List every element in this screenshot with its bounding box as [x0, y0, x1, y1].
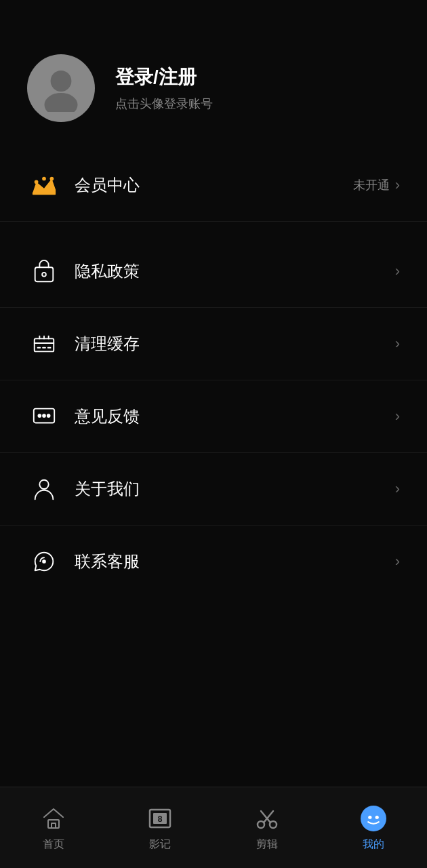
nav-yingji-label: 影记 [149, 837, 171, 852]
mine-icon [359, 804, 388, 833]
svg-point-6 [50, 177, 54, 181]
svg-point-35 [368, 816, 371, 819]
about-right: › [395, 480, 400, 498]
scissors-icon [252, 804, 282, 833]
login-subtitle: 点击头像登录账号 [115, 96, 213, 112]
svg-point-8 [42, 273, 46, 277]
svg-point-1 [45, 93, 78, 112]
login-title: 登录/注册 [115, 64, 213, 90]
about-label: 关于我们 [75, 478, 395, 500]
svg-point-19 [43, 414, 45, 417]
svg-rect-9 [35, 338, 54, 351]
feedback-chevron-icon: › [395, 408, 400, 425]
svg-point-20 [47, 414, 50, 417]
svg-point-4 [35, 180, 39, 184]
privacy-label: 隐私政策 [75, 260, 395, 282]
svg-point-18 [38, 414, 41, 417]
profile-section[interactable]: 登录/注册 点击头像登录账号 [0, 0, 427, 149]
menu-section: 隐私政策 › 清理缓存 › [0, 235, 427, 597]
svg-point-21 [39, 480, 48, 489]
contact-right: › [395, 553, 400, 570]
svg-line-32 [261, 811, 267, 818]
avatar[interactable] [27, 54, 95, 122]
privacy-icon [27, 254, 61, 288]
contact-menu-item[interactable]: 联系客服 › [0, 526, 427, 597]
nav-home-label: 首页 [43, 837, 64, 852]
cache-icon [27, 327, 61, 361]
vip-label: 会员中心 [75, 174, 353, 196]
about-menu-item[interactable]: 关于我们 › [0, 453, 427, 526]
svg-point-22 [43, 560, 45, 563]
privacy-right: › [395, 262, 400, 280]
vip-status: 未开通 [353, 177, 390, 193]
privacy-chevron-icon: › [395, 262, 400, 280]
about-icon [27, 472, 61, 506]
nav-mine-label: 我的 [363, 837, 384, 852]
cache-right: › [395, 335, 400, 353]
feedback-icon [27, 399, 61, 433]
cache-menu-item[interactable]: 清理缓存 › [0, 308, 427, 380]
crown-icon [27, 168, 61, 202]
svg-point-0 [51, 71, 72, 92]
contact-icon [27, 545, 61, 578]
nav-edit-label: 剪辑 [256, 837, 278, 852]
feedback-menu-item[interactable]: 意见反馈 › [0, 380, 427, 453]
cache-label: 清理缓存 [75, 333, 395, 355]
svg-point-34 [361, 806, 386, 831]
avatar-silhouette [27, 54, 95, 122]
nav-mine[interactable]: 我的 [345, 797, 402, 859]
bottom-navigation: 首页 8 影记 剪辑 [0, 787, 427, 868]
vip-status-container: 未开通 › [353, 176, 400, 194]
svg-point-5 [42, 177, 46, 181]
contact-label: 联系客服 [75, 551, 395, 572]
vip-chevron-icon: › [395, 176, 400, 194]
svg-rect-7 [35, 267, 54, 281]
yingji-icon: 8 [145, 804, 175, 833]
svg-text:8: 8 [158, 814, 163, 824]
cache-chevron-icon: › [395, 335, 400, 353]
nav-edit[interactable]: 剪辑 [239, 797, 296, 859]
svg-line-33 [267, 811, 273, 818]
feedback-right: › [395, 408, 400, 425]
vip-menu-item[interactable]: 会员中心 未开通 › [0, 149, 427, 222]
home-icon [39, 804, 68, 833]
feedback-label: 意见反馈 [75, 406, 395, 427]
privacy-menu-item[interactable]: 隐私政策 › [0, 235, 427, 308]
about-chevron-icon: › [395, 480, 400, 498]
svg-point-36 [375, 816, 379, 819]
nav-home[interactable]: 首页 [25, 797, 82, 859]
svg-rect-24 [52, 823, 56, 828]
svg-rect-3 [33, 192, 56, 195]
contact-chevron-icon: › [395, 553, 400, 570]
nav-yingji[interactable]: 8 影记 [131, 797, 188, 859]
profile-info: 登录/注册 点击头像登录账号 [115, 64, 213, 112]
